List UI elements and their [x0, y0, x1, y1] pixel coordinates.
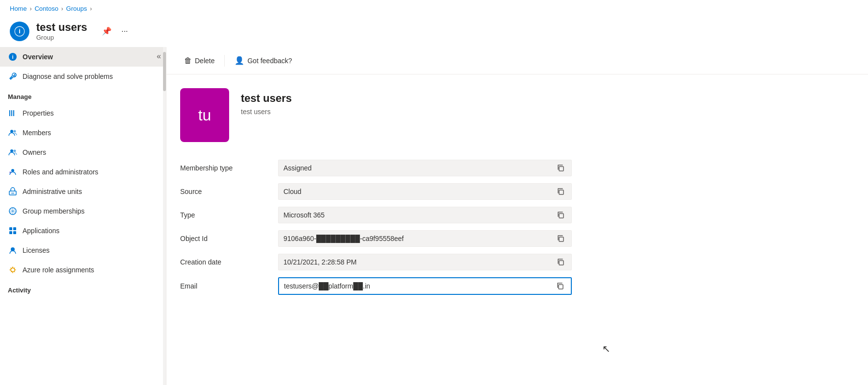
profile-name: test users	[241, 92, 292, 105]
sidebar-item-roles-admins[interactable]: Roles and administrators	[0, 162, 166, 182]
header-actions: 📌 ···	[99, 24, 131, 38]
field-copy-button-2[interactable]	[555, 210, 566, 220]
pin-button[interactable]: 📌	[99, 24, 115, 38]
field-row: Creation date10/21/2021, 2:28:58 PM	[180, 254, 854, 270]
roles-icon	[8, 167, 18, 177]
feedback-button[interactable]: 👤 Got feedback?	[229, 53, 298, 68]
svg-rect-17	[13, 227, 16, 230]
admin-units-icon	[8, 187, 18, 196]
field-value-text-2: Microsoft 365	[283, 211, 325, 219]
field-value-box-3: 9106a960-█████████-ca9f95558eef	[278, 230, 572, 247]
sidebar-item-owners[interactable]: Owners	[0, 143, 166, 162]
sidebar-item-licenses[interactable]: Licenses	[0, 241, 166, 260]
svg-rect-26	[559, 261, 563, 265]
sidebar-item-admin-units[interactable]: Administrative units	[0, 182, 166, 201]
field-copy-button-3[interactable]	[555, 234, 566, 243]
sidebar-item-overview[interactable]: i Overview	[0, 47, 166, 67]
sidebar-item-admin-units-label: Administrative units	[23, 188, 82, 195]
sidebar-scrollbar[interactable]	[163, 47, 166, 385]
delete-label: Delete	[195, 57, 214, 65]
sidebar-item-overview-label: Overview	[23, 53, 53, 61]
members-icon	[8, 128, 18, 138]
svg-rect-19	[13, 231, 16, 234]
svg-point-12	[9, 171, 11, 173]
group-memberships-icon	[8, 206, 18, 216]
field-label-0: Membership type	[180, 164, 278, 172]
svg-point-10	[14, 150, 16, 152]
svg-rect-5	[11, 110, 12, 116]
field-value-box-5: testusers@██platform██.in	[278, 277, 572, 295]
svg-rect-18	[9, 231, 12, 234]
sidebar-item-properties[interactable]: Properties	[0, 103, 166, 123]
sidebar-item-members[interactable]: Members	[0, 123, 166, 143]
wrench-icon	[8, 72, 18, 81]
field-row: Membership typeAssigned	[180, 160, 854, 176]
page-header: i test users Group 📌 ···	[0, 17, 868, 47]
owners-icon	[8, 147, 18, 157]
manage-section-label: Manage	[0, 86, 166, 103]
breadcrumb: Home › Contoso › Groups ›	[0, 0, 868, 17]
sidebar-item-members-label: Members	[23, 129, 51, 137]
svg-text:i: i	[19, 27, 21, 35]
delete-button[interactable]: 🗑 Delete	[178, 53, 220, 68]
sidebar: « i Overview Diagnose and solve problems	[0, 47, 166, 385]
activity-section-label: Activity	[0, 280, 166, 297]
field-copy-button-0[interactable]	[555, 163, 566, 173]
field-row: SourceCloud	[180, 183, 854, 200]
svg-rect-16	[9, 227, 12, 230]
avatar: tu	[180, 88, 229, 142]
field-value-box-2: Microsoft 365	[278, 207, 572, 223]
field-label-1: Source	[180, 188, 278, 195]
delete-icon: 🗑	[184, 56, 192, 65]
overview-icon: i	[8, 52, 18, 62]
applications-icon	[8, 226, 18, 236]
svg-rect-27	[559, 285, 563, 289]
sidebar-item-group-memberships[interactable]: Group memberships	[0, 201, 166, 221]
svg-rect-25	[559, 237, 563, 241]
svg-rect-22	[559, 167, 563, 171]
fields-section: Membership typeAssignedSourceCloudTypeMi…	[166, 152, 868, 315]
breadcrumb-sep-2: ›	[61, 5, 63, 12]
field-value-box-0: Assigned	[278, 160, 572, 176]
sidebar-item-diagnose[interactable]: Diagnose and solve problems	[0, 67, 166, 86]
sidebar-collapse-button[interactable]: «	[157, 52, 161, 61]
sidebar-item-applications[interactable]: Applications	[0, 221, 166, 241]
field-copy-button-5[interactable]	[554, 281, 566, 291]
svg-point-9	[10, 149, 13, 152]
avatar-text: tu	[198, 106, 211, 124]
svg-text:i: i	[12, 54, 13, 60]
field-row: Emailtestusers@██platform██.in	[180, 277, 854, 295]
svg-rect-14	[11, 192, 14, 194]
more-button[interactable]: ···	[118, 25, 131, 38]
header-title-block: test users Group	[36, 21, 87, 41]
header-icon: i	[10, 22, 29, 41]
info-circle-icon: i	[14, 26, 25, 37]
page-title: test users	[36, 21, 87, 34]
feedback-icon: 👤	[235, 56, 244, 65]
field-label-4: Creation date	[180, 258, 278, 266]
field-copy-button-4[interactable]	[555, 257, 566, 267]
sidebar-item-azure-role[interactable]: Azure role assignments	[0, 260, 166, 280]
field-value-box-4: 10/21/2021, 2:28:58 PM	[278, 254, 572, 270]
sidebar-item-owners-label: Owners	[23, 148, 46, 156]
field-copy-button-1[interactable]	[555, 187, 566, 196]
svg-rect-23	[559, 190, 563, 194]
breadcrumb-groups[interactable]: Groups	[66, 5, 87, 12]
sidebar-scrollbar-thumb	[163, 52, 166, 91]
properties-icon	[8, 108, 18, 118]
main-layout: « i Overview Diagnose and solve problems	[0, 47, 868, 385]
sidebar-item-applications-label: Applications	[23, 227, 60, 235]
field-value-box-1: Cloud	[278, 183, 572, 200]
toolbar-divider	[224, 55, 225, 67]
svg-point-8	[14, 130, 16, 133]
profile-section: tu test users test users	[166, 74, 868, 152]
licenses-icon	[8, 245, 18, 255]
azure-role-icon	[8, 265, 18, 275]
sidebar-item-azure-role-label: Azure role assignments	[23, 266, 94, 274]
breadcrumb-home[interactable]: Home	[10, 5, 27, 12]
breadcrumb-contoso[interactable]: Contoso	[35, 5, 58, 12]
field-row: Object Id9106a960-█████████-ca9f95558eef	[180, 230, 854, 247]
field-value-text-1: Cloud	[283, 188, 302, 195]
field-value-text-5: testusers@██platform██.in	[284, 282, 370, 290]
sidebar-item-licenses-label: Licenses	[23, 246, 49, 254]
